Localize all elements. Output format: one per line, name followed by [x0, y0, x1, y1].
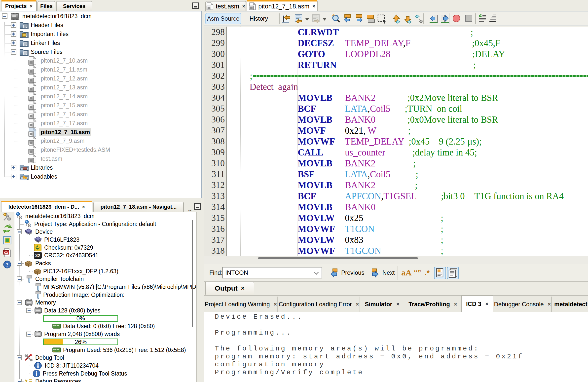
svg-text:?: ? — [6, 262, 8, 268]
svg-text:32: 32 — [35, 253, 40, 258]
